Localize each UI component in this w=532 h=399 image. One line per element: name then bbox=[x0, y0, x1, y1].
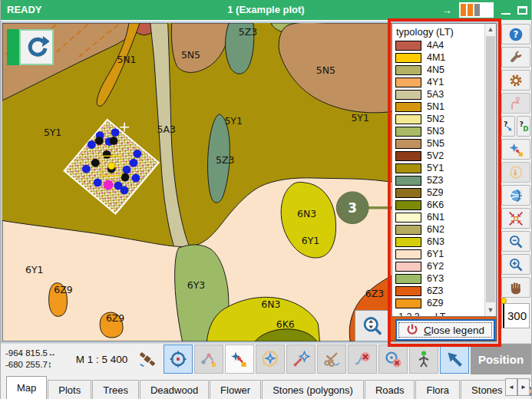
legend-row[interactable]: 5Y1 bbox=[392, 162, 496, 174]
legend-code: 4N5 bbox=[427, 64, 444, 75]
maximize-button[interactable] bbox=[517, 6, 527, 15]
move-point-button[interactable] bbox=[225, 345, 254, 374]
legend-row[interactable]: 5A3 bbox=[392, 88, 496, 101]
minimize-button[interactable] bbox=[501, 13, 511, 15]
legend-row[interactable]: 6Z9 bbox=[392, 297, 496, 309]
select-button[interactable] bbox=[440, 345, 469, 374]
settings-button[interactable] bbox=[501, 70, 530, 91]
satellite-icon bbox=[138, 350, 157, 368]
polygon-target-button[interactable] bbox=[256, 345, 285, 374]
legend-row[interactable]: 4A4 bbox=[392, 39, 496, 51]
tab-scroll-left-icon[interactable]: ◄ bbox=[505, 378, 517, 396]
scroll-down-icon[interactable]: ▼ bbox=[485, 305, 496, 316]
legend-row[interactable]: 6N2 bbox=[392, 223, 496, 236]
legend-code: 5Z9 bbox=[427, 187, 444, 198]
route-nodes-button[interactable] bbox=[194, 345, 223, 374]
indicator-bar bbox=[474, 4, 480, 16]
legend-swatch bbox=[395, 53, 421, 63]
zoom-out-button[interactable] bbox=[501, 231, 530, 252]
title-bar: READY 1 (Example plot) → bbox=[1, 0, 531, 20]
delete-line-button[interactable] bbox=[348, 345, 377, 374]
plot-center-dot bbox=[108, 163, 115, 170]
pan-button[interactable] bbox=[501, 277, 530, 298]
scale-value: 300 bbox=[507, 309, 527, 322]
legend-row[interactable]: 6Z3 bbox=[392, 285, 496, 297]
legend-row[interactable]: 5N5 bbox=[392, 137, 496, 150]
legend-row[interactable]: 5Z9 bbox=[392, 186, 496, 199]
map-label-5A3: 5A3 bbox=[157, 124, 176, 135]
fit-view-button[interactable] bbox=[501, 208, 530, 229]
snap-target-button[interactable] bbox=[501, 139, 530, 160]
position-button[interactable]: Position bbox=[471, 344, 531, 375]
legend-code: 5Z3 bbox=[427, 175, 444, 186]
legend-row[interactable]: 5N1 bbox=[392, 101, 496, 113]
legend-row[interactable]: 6Y2 bbox=[392, 260, 496, 272]
legend-row[interactable]: 5N3 bbox=[392, 125, 496, 137]
globe-button[interactable] bbox=[501, 185, 530, 206]
tab-roads[interactable]: Roads bbox=[365, 380, 415, 399]
map-label-6Y1: 6Y1 bbox=[25, 264, 43, 275]
close-legend-button[interactable]: Close legend bbox=[395, 319, 495, 341]
legend-row[interactable]: 4M1 bbox=[392, 51, 496, 64]
legend-code: 6Y1 bbox=[427, 249, 444, 259]
legend-row[interactable]: 4N5 bbox=[392, 64, 496, 76]
person-button[interactable] bbox=[409, 345, 438, 374]
tab-trees[interactable]: Trees bbox=[92, 380, 139, 399]
delete-point-button[interactable] bbox=[378, 345, 408, 374]
legend-scrollbar[interactable]: ▲ ▼ bbox=[484, 24, 496, 316]
legend-row[interactable]: 6K6 bbox=[392, 199, 496, 211]
legend-row[interactable]: 6Y1 bbox=[392, 248, 496, 260]
legend-row[interactable]: 6N3 bbox=[392, 236, 496, 248]
zoom-in-icon bbox=[508, 257, 524, 272]
polygon-import-button[interactable] bbox=[501, 162, 530, 183]
legend-row[interactable]: 5V2 bbox=[392, 150, 496, 162]
help-button[interactable]: ? bbox=[501, 24, 530, 45]
legend-swatch bbox=[395, 249, 421, 259]
scale-indicator: 300 bbox=[501, 303, 530, 328]
map-label-5N5: 5N5 bbox=[316, 64, 335, 76]
map-label-5N1: 5N1 bbox=[117, 54, 136, 66]
legend-row[interactable]: 5N2 bbox=[392, 113, 496, 125]
legend-footer-lt[interactable]: LT bbox=[435, 312, 446, 317]
target-button[interactable] bbox=[164, 345, 193, 374]
scroll-up-icon[interactable]: ▲ bbox=[485, 24, 496, 35]
tab-scroll-buttons: ◄ ► bbox=[505, 378, 530, 396]
route-up-button[interactable] bbox=[501, 93, 530, 114]
tab-deadwood[interactable]: Deadwood bbox=[140, 380, 209, 399]
indicator-bar bbox=[468, 4, 473, 16]
zoom-selector-button[interactable] bbox=[355, 310, 390, 341]
scrollbar-thumb[interactable] bbox=[486, 36, 495, 302]
legend-row[interactable]: 5Z3 bbox=[392, 174, 496, 186]
legend-footer-tabs[interactable]: 1 2 3 bbox=[398, 312, 420, 317]
legend-code: 6K6 bbox=[427, 200, 444, 210]
legend-code: 5A3 bbox=[427, 89, 444, 100]
tab-flora[interactable]: Flora bbox=[415, 380, 460, 399]
tab-flower[interactable]: Flower bbox=[210, 380, 261, 399]
cut-button[interactable] bbox=[317, 345, 346, 374]
center-arrows-icon bbox=[508, 211, 524, 226]
legend-code: 6N2 bbox=[427, 224, 444, 235]
gps-button[interactable] bbox=[133, 345, 162, 374]
tab-stones-polygons[interactable]: Stones (polygons) bbox=[262, 380, 364, 399]
query-arrow-button[interactable]: ? bbox=[501, 116, 515, 137]
target-icon bbox=[169, 350, 187, 368]
tab-plots[interactable]: Plots bbox=[48, 380, 91, 399]
map-label-6N3: 6N3 bbox=[297, 208, 316, 219]
button-pair: ??D bbox=[501, 116, 530, 137]
globe-icon bbox=[508, 188, 524, 203]
legend-row[interactable]: 4Y1 bbox=[392, 76, 496, 88]
tab-scroll-right-icon[interactable]: ► bbox=[517, 378, 530, 396]
scissors-icon bbox=[322, 350, 341, 368]
zoom-out-icon bbox=[508, 234, 524, 249]
tab-map[interactable]: Map bbox=[6, 376, 47, 399]
refresh-map-button[interactable] bbox=[7, 29, 54, 65]
query-data-button[interactable]: ?D bbox=[517, 116, 530, 137]
legend-row[interactable]: 6Y3 bbox=[392, 272, 496, 285]
app-window: READY 1 (Example plot) → bbox=[0, 0, 532, 399]
cursor-icon bbox=[445, 350, 464, 368]
zoom-in-button[interactable] bbox=[501, 254, 530, 275]
legend-row[interactable]: 6N1 bbox=[392, 211, 496, 223]
arrow-right-icon: → bbox=[441, 4, 452, 16]
wrench-button[interactable] bbox=[501, 47, 530, 68]
arrow-point-button[interactable] bbox=[286, 345, 316, 374]
